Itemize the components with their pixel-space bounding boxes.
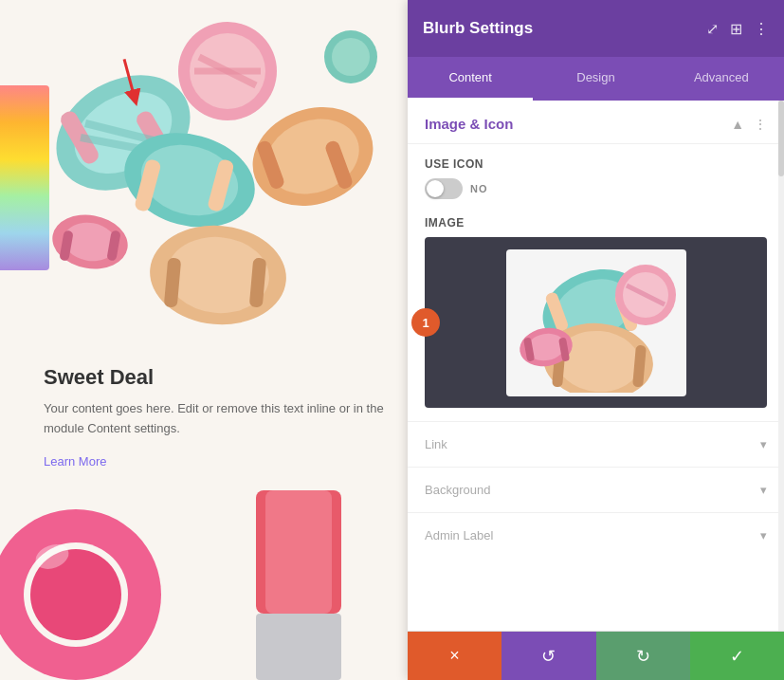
save-button[interactable]: ✓	[690, 632, 784, 680]
svg-line-1	[110, 59, 149, 98]
section-title-image-icon: Image & Icon	[425, 116, 513, 132]
use-icon-label: Use Icon	[425, 157, 767, 171]
more-options-icon[interactable]: ⋮	[754, 20, 769, 38]
bottom-bar: × ↺ ↻ ✓	[408, 631, 784, 680]
admin-label-section[interactable]: Admin Label ▾	[408, 512, 784, 558]
page-title: Sweet Deal	[44, 365, 394, 390]
image-field-row: Image 1	[408, 212, 784, 421]
toggle-row: NO	[425, 178, 767, 199]
learn-more-link[interactable]: Learn More	[44, 454, 106, 469]
cancel-icon: ×	[449, 646, 460, 666]
svg-rect-35	[265, 490, 332, 614]
collapse-icon[interactable]: ▲	[731, 117, 744, 132]
tabs-bar: Content Design Advanced	[408, 57, 784, 101]
scroll-thumb[interactable]	[778, 101, 784, 176]
link-section-label: Link	[425, 437, 447, 451]
section-more-icon[interactable]: ⋮	[754, 117, 767, 132]
svg-rect-36	[256, 614, 341, 680]
background-chevron-icon: ▾	[760, 483, 767, 497]
tab-content[interactable]: Content	[408, 57, 533, 101]
image-preview-inner	[506, 249, 686, 396]
admin-label-section-label: Admin Label	[425, 528, 493, 542]
admin-label-chevron-icon: ▾	[760, 528, 767, 542]
scroll-track	[778, 101, 784, 631]
undo-icon: ↺	[541, 646, 556, 667]
link-chevron-icon: ▾	[760, 437, 767, 451]
section-header-icons: ▲ ⋮	[731, 117, 767, 132]
cancel-button[interactable]: ×	[408, 632, 501, 680]
settings-title: Blurb Settings	[423, 19, 533, 38]
settings-panel: Blurb Settings ⤢ ⊞ ⋮ Content Design Adva…	[408, 0, 784, 680]
tab-design[interactable]: Design	[533, 57, 658, 101]
text-section: Sweet Deal Your content goes here. Edit …	[44, 365, 394, 469]
settings-body: Image & Icon ▲ ⋮ Use Icon NO Image 1	[408, 101, 784, 631]
toggle-knob	[427, 180, 444, 197]
link-section[interactable]: Link ▾	[408, 421, 784, 467]
save-icon: ✓	[730, 646, 744, 667]
toggle-state-label: NO	[470, 183, 488, 194]
background-section-label: Background	[425, 483, 490, 497]
candy-preview-svg	[508, 252, 684, 393]
background-section[interactable]: Background ▾	[408, 467, 784, 512]
redo-button[interactable]: ↻	[596, 632, 690, 680]
image-icon-section-header: Image & Icon ▲ ⋮	[408, 101, 784, 144]
bottom-right-candy	[237, 490, 360, 680]
body-text: Your content goes here. Edit or remove t…	[44, 399, 394, 439]
candy-illustration-top	[0, 0, 408, 360]
pink-donut-illustration	[0, 471, 180, 680]
columns-icon[interactable]: ⊞	[730, 20, 742, 38]
image-preview-wrapper: 1	[425, 237, 767, 408]
image-label: Image	[425, 216, 767, 230]
page-content: Sweet Deal Your content goes here. Edit …	[0, 0, 408, 680]
header-icons: ⤢ ⊞ ⋮	[706, 20, 769, 38]
redo-icon: ↻	[636, 646, 650, 667]
step-badge: 1	[411, 308, 440, 337]
settings-header: Blurb Settings ⤢ ⊞ ⋮	[408, 0, 784, 57]
tab-advanced[interactable]: Advanced	[659, 57, 784, 101]
svg-point-29	[332, 38, 370, 76]
use-icon-field: Use Icon NO	[408, 144, 784, 212]
expand-icon[interactable]: ⤢	[706, 20, 719, 38]
image-preview-container[interactable]	[425, 237, 767, 408]
undo-button[interactable]: ↺	[501, 632, 595, 680]
use-icon-toggle[interactable]	[425, 178, 463, 199]
